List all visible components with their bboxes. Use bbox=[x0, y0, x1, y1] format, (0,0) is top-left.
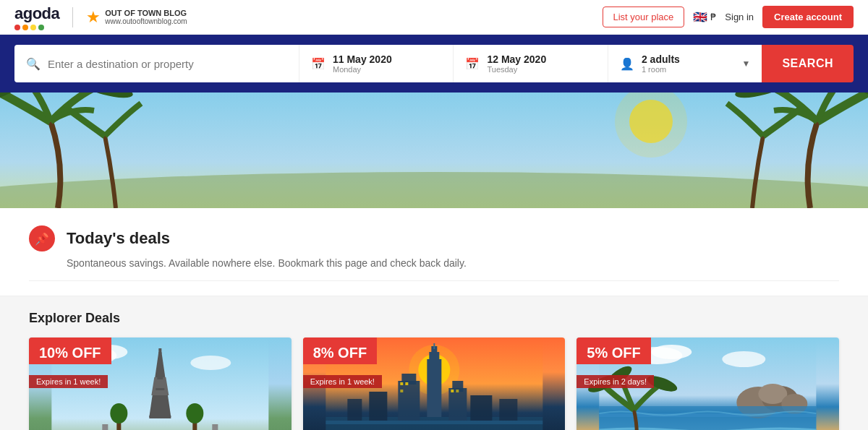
create-account-button[interactable]: Create account bbox=[762, 6, 854, 28]
guests-label: 2 adults bbox=[642, 53, 680, 65]
svg-point-27 bbox=[186, 403, 203, 423]
guests-info: 2 adults 1 room bbox=[642, 53, 680, 74]
search-bar: 🔍 📅 11 May 2020 Monday 📅 12 May 2020 Tue… bbox=[0, 35, 868, 93]
search-button[interactable]: SEARCH bbox=[762, 45, 854, 82]
svg-rect-23 bbox=[158, 348, 161, 354]
checkout-calendar-icon: 📅 bbox=[465, 57, 480, 71]
partner-url: www.outooftownblog.com bbox=[105, 17, 187, 26]
deals-tag-icon: 📌 bbox=[29, 225, 55, 251]
checkin-date-info: 11 May 2020 Monday bbox=[333, 53, 392, 74]
svg-marker-18 bbox=[151, 377, 169, 395]
svg-rect-49 bbox=[326, 421, 542, 424]
destination-field[interactable]: 🔍 bbox=[14, 45, 299, 82]
svg-point-52 bbox=[652, 345, 692, 359]
svg-rect-47 bbox=[451, 390, 454, 392]
svg-rect-41 bbox=[470, 395, 492, 421]
svg-rect-42 bbox=[347, 399, 362, 421]
checkout-date: 12 May 2020 bbox=[487, 53, 546, 65]
checkout-date-info: 12 May 2020 Tuesday bbox=[487, 53, 546, 74]
search-icon: 🔍 bbox=[26, 57, 41, 71]
deals-header: 📌 Today's deals bbox=[29, 225, 839, 251]
header-right: List your place 🇬🇧 ₱ Sign in Create acco… bbox=[603, 6, 854, 28]
partner-logo: ★ OUT OF TOWN BLOG www.outooftownblog.co… bbox=[86, 8, 187, 27]
svg-rect-22 bbox=[157, 377, 163, 379]
hero-svg bbox=[0, 93, 868, 208]
section-divider bbox=[29, 280, 839, 281]
paris-image: 10% OFF Expires in 1 week! bbox=[29, 337, 292, 430]
agoda-dots bbox=[14, 25, 44, 30]
paris-expires: Expires in 1 week! bbox=[29, 375, 108, 388]
logo-divider bbox=[72, 7, 73, 27]
signin-button[interactable]: Sign in bbox=[725, 12, 754, 22]
deal-card-samui[interactable]: 5% OFF Expires in 2 days! Dreaming of th… bbox=[576, 337, 839, 430]
samui-expires: Expires in 2 days! bbox=[576, 375, 654, 388]
svg-rect-40 bbox=[369, 392, 387, 421]
samui-image: 5% OFF Expires in 2 days! bbox=[576, 337, 839, 430]
list-place-button[interactable]: List your place bbox=[603, 7, 685, 27]
deals-title: Today's deals bbox=[67, 229, 170, 248]
checkin-field[interactable]: 📅 11 May 2020 Monday bbox=[299, 45, 453, 82]
todays-deals-section: 📌 Today's deals Spontaneous savings. Ava… bbox=[0, 208, 868, 296]
svg-rect-43 bbox=[499, 399, 517, 421]
chevron-down-icon: ▼ bbox=[742, 59, 751, 69]
checkin-calendar-icon: 📅 bbox=[311, 57, 326, 71]
svg-rect-36 bbox=[398, 381, 420, 421]
samui-discount: 5% OFF bbox=[587, 345, 640, 361]
svg-rect-20 bbox=[153, 403, 167, 405]
agoda-logo: agoda bbox=[14, 4, 59, 30]
checkout-day: Tuesday bbox=[487, 65, 546, 74]
dot-orange bbox=[22, 25, 28, 30]
svg-rect-59 bbox=[600, 413, 817, 417]
dubai-badge: 8% OFF bbox=[303, 337, 377, 364]
language-selector[interactable]: 🇬🇧 ₱ bbox=[693, 10, 716, 24]
svg-rect-35 bbox=[433, 343, 435, 349]
svg-rect-48 bbox=[456, 390, 459, 392]
search-input[interactable] bbox=[48, 58, 287, 70]
explorer-deals-title: Explorer Deals bbox=[29, 311, 839, 326]
svg-rect-32 bbox=[427, 359, 441, 417]
svg-rect-45 bbox=[405, 382, 408, 385]
checkin-date: 11 May 2020 bbox=[333, 53, 392, 65]
checkin-day: Monday bbox=[333, 65, 392, 74]
agoda-logo-text: agoda bbox=[14, 4, 59, 23]
svg-rect-38 bbox=[448, 388, 467, 421]
hero-image bbox=[0, 93, 868, 208]
svg-rect-16 bbox=[212, 424, 218, 430]
guests-icon: 👤 bbox=[620, 57, 634, 71]
dot-yellow bbox=[30, 25, 36, 30]
deal-card-dubai[interactable]: 8% OFF Expires in 1 week! Get 8% off you… bbox=[303, 337, 566, 430]
deal-card-paris[interactable]: 10% OFF Expires in 1 week! Get an additi… bbox=[29, 337, 292, 430]
dubai-discount: 8% OFF bbox=[313, 345, 367, 361]
svg-point-53 bbox=[723, 351, 766, 367]
guests-field[interactable]: 👤 2 adults 1 room ▼ bbox=[608, 45, 762, 82]
flag-icon: 🇬🇧 bbox=[693, 10, 707, 24]
cards-grid: 10% OFF Expires in 1 week! Get an additi… bbox=[29, 337, 839, 430]
header: agoda ★ OUT OF TOWN BLOG www.outooftownb… bbox=[0, 0, 868, 35]
svg-rect-44 bbox=[400, 382, 403, 385]
currency-label: ₱ bbox=[710, 12, 716, 22]
paris-badge: 10% OFF bbox=[29, 337, 111, 364]
svg-rect-21 bbox=[156, 388, 164, 390]
dot-green bbox=[38, 25, 44, 30]
svg-point-25 bbox=[110, 403, 127, 423]
samui-badge: 5% OFF bbox=[576, 337, 650, 364]
dubai-expires: Expires in 1 week! bbox=[303, 375, 382, 388]
explorer-section: Explorer Deals bbox=[0, 296, 868, 430]
svg-rect-46 bbox=[400, 390, 403, 392]
checkout-field[interactable]: 📅 12 May 2020 Tuesday bbox=[453, 45, 607, 82]
svg-rect-15 bbox=[102, 424, 108, 430]
partner-name: OUT OF TOWN BLOG bbox=[105, 9, 187, 17]
deals-subtitle: Spontaneous savings. Available nowhere e… bbox=[67, 257, 839, 269]
dubai-image: 8% OFF Expires in 1 week! bbox=[303, 337, 566, 430]
svg-rect-19 bbox=[149, 416, 171, 418]
header-left: agoda ★ OUT OF TOWN BLOG www.outooftownb… bbox=[14, 4, 603, 30]
rooms-label: 1 room bbox=[642, 65, 680, 74]
svg-point-11 bbox=[190, 356, 231, 370]
svg-rect-37 bbox=[401, 374, 416, 384]
paris-discount: 10% OFF bbox=[39, 345, 101, 361]
dot-red bbox=[14, 25, 20, 30]
